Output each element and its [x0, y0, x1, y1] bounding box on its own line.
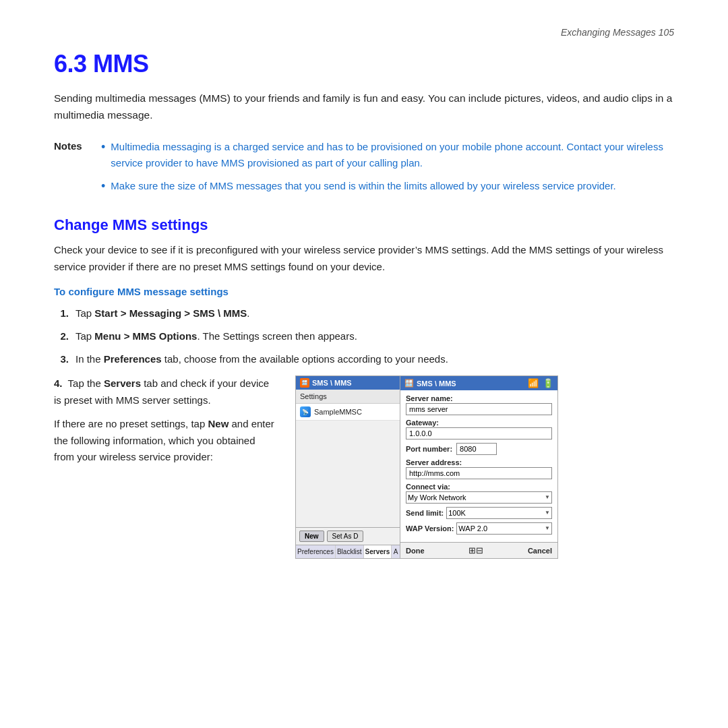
step-2-text: Tap Menu > MMS Options. The Settings scr… — [75, 328, 674, 344]
ui-left-titlebar: 🪟 SMS \ MMS — [296, 376, 400, 390]
send-limit-select[interactable]: 100K — [446, 507, 552, 519]
window-icon: 🪟 — [300, 378, 309, 388]
list-item: Multimedia messaging is a charged servic… — [101, 139, 674, 171]
tab-servers[interactable]: Servers — [364, 545, 392, 558]
list-item: Make sure the size of MMS messages that … — [101, 178, 674, 195]
connect-via-select-wrap: My Work Network — [406, 491, 552, 504]
ui-right-title: SMS \ MMS — [417, 380, 456, 388]
note-1: Multimedia messaging is a charged servic… — [111, 139, 674, 171]
notes-label: Notes — [54, 139, 92, 202]
form-row-port: Port number: — [406, 443, 552, 455]
ui-left-item-label: SampleMMSC — [314, 408, 362, 416]
cancel-button[interactable]: Cancel — [528, 547, 552, 555]
tab-blacklist[interactable]: Blacklist — [336, 545, 364, 558]
steps-list: 1. Tap Start > Messaging > SMS \ MMS. 2.… — [54, 305, 674, 367]
form-row-server-name: Server name: — [406, 394, 552, 415]
ui-left-tabs: Preferences Blacklist Servers A — [296, 545, 400, 558]
ui-right-titlebar-controls: 📶 🔋 — [528, 378, 553, 388]
tab-preferences[interactable]: Preferences — [296, 545, 336, 558]
step-4-container: 4. Tap the Servers tab and check if your… — [54, 375, 674, 559]
port-input[interactable] — [456, 443, 497, 455]
done-button[interactable]: Done — [406, 547, 425, 555]
step-4-intro: 4. Tap the Servers tab and check if your… — [54, 375, 276, 409]
ui-left-panel: 🪟 SMS \ MMS Settings 📡 SampleMMSC New Se… — [296, 376, 400, 558]
port-label: Port number: — [406, 445, 452, 453]
server-address-label: Server address: — [406, 458, 552, 466]
ui-left-settings-label: Settings — [296, 390, 400, 404]
send-limit-label: Send limit: — [406, 509, 444, 517]
ui-left-item: 📡 SampleMMSC — [296, 404, 400, 421]
wap-version-select[interactable]: WAP 2.0 — [456, 522, 552, 535]
form-row-gateway: Gateway: — [406, 419, 552, 439]
section-title: 6.3 MMS — [54, 50, 674, 78]
subsection-title: Change MMS settings — [54, 216, 674, 234]
ui-right-form: Server name: Gateway: Port number: Serve… — [400, 390, 557, 542]
set-as-default-button[interactable]: Set As D — [327, 530, 364, 542]
ui-left-bottom: New Set As D — [296, 527, 400, 545]
ui-screenshot: 🪟 SMS \ MMS Settings 📡 SampleMMSC New Se… — [295, 375, 558, 559]
page: Exchanging Messages 105 6.3 MMS Sending … — [0, 0, 728, 728]
step-3-text: In the Preferences tab, choose from the … — [75, 351, 674, 367]
notes-block: Notes Multimedia messaging is a charged … — [54, 139, 674, 202]
keyboard-icon: ⊞⊟ — [468, 545, 483, 555]
server-address-input[interactable] — [406, 467, 552, 479]
new-button[interactable]: New — [299, 530, 324, 542]
battery-icon: 🔋 — [543, 378, 553, 388]
step-3: 3. In the Preferences tab, choose from t… — [54, 351, 674, 367]
gateway-input[interactable] — [406, 427, 552, 439]
step-1-text: Tap Start > Messaging > SMS \ MMS. — [75, 305, 674, 322]
page-header: Exchanging Messages 105 — [54, 27, 674, 38]
ui-left-title: SMS \ MMS — [312, 379, 352, 387]
wap-version-select-wrap: WAP 2.0 — [456, 522, 552, 535]
intro-text: Sending multimedia messages (MMS) to you… — [54, 90, 674, 124]
server-name-label: Server name: — [406, 394, 552, 402]
note-2: Make sure the size of MMS messages that … — [111, 178, 615, 194]
step-4-text: 4. Tap the Servers tab and check if your… — [54, 375, 276, 473]
form-row-send-limit: Send limit: 100K — [406, 507, 552, 519]
gateway-label: Gateway: — [406, 419, 552, 427]
form-row-wap-version: WAP Version: WAP 2.0 — [406, 522, 552, 535]
configure-heading: To configure MMS message settings — [54, 286, 674, 297]
step-4-followup: If there are no preset settings, tap New… — [54, 416, 276, 466]
step-2: 2. Tap Menu > MMS Options. The Settings … — [54, 328, 674, 344]
connect-via-label: Connect via: — [406, 483, 552, 491]
subsection-body: Check your device to see if it is precon… — [54, 242, 674, 276]
form-row-server-address: Server address: — [406, 458, 552, 479]
server-name-input[interactable] — [406, 403, 552, 415]
step-1-num: 1. — [54, 305, 69, 322]
step-3-num: 3. — [54, 351, 69, 367]
window-icon-right: 🪟 — [404, 379, 414, 388]
ui-right-titlebar: 🪟 SMS \ MMS 📶 🔋 — [400, 376, 557, 390]
form-row-connect-via: Connect via: My Work Network — [406, 483, 552, 504]
step-2-num: 2. — [54, 328, 69, 344]
ui-right-panel: 🪟 SMS \ MMS 📶 🔋 Server name: Gateway: — [400, 376, 557, 558]
ui-right-bottom-bar: Done ⊞⊟ Cancel — [400, 542, 557, 558]
notes-items: Multimedia messaging is a charged servic… — [101, 139, 674, 202]
page-ref: Exchanging Messages 105 — [561, 27, 674, 38]
wap-version-label: WAP Version: — [406, 524, 454, 533]
signal-icon: 📶 — [528, 378, 539, 388]
tab-a[interactable]: A — [392, 545, 400, 558]
step-1: 1. Tap Start > Messaging > SMS \ MMS. — [54, 305, 674, 322]
send-limit-select-wrap: 100K — [446, 507, 552, 519]
connect-via-select[interactable]: My Work Network — [406, 491, 552, 504]
mmsc-icon: 📡 — [300, 406, 311, 417]
